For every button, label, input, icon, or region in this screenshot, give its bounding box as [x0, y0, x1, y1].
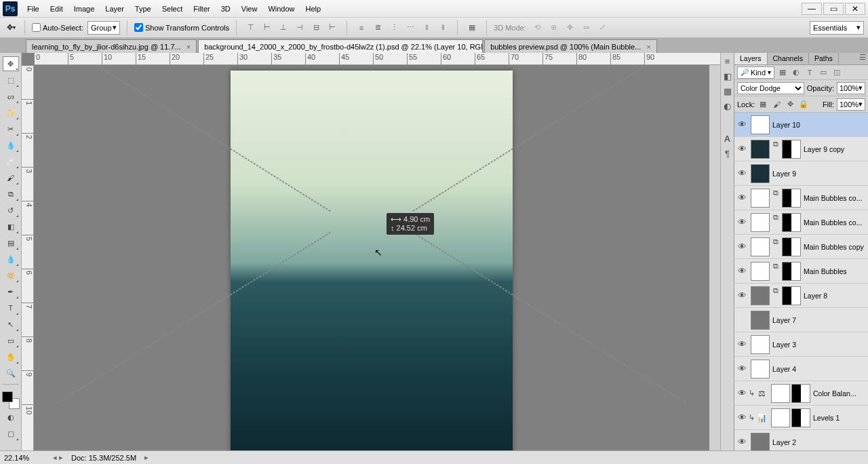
visibility-toggle-icon[interactable]: 👁 [736, 437, 748, 447]
document-tab[interactable]: background_14_2000_x_2000_by_frostbo-d45… [198, 39, 483, 53]
menu-select[interactable]: Select [157, 2, 189, 16]
character-panel-icon[interactable]: A [722, 133, 733, 144]
filter-adjust-icon[interactable]: ◐ [791, 67, 802, 78]
minimize-button[interactable]: — [802, 3, 822, 15]
document-tab[interactable]: learning_to_fly_by_jlior-d6sihzu.jpg @ 1… [26, 39, 197, 53]
stamp-tool[interactable]: ⧉ [3, 187, 19, 201]
layer-name[interactable]: Color Balan... [813, 389, 856, 398]
menu-edit[interactable]: Edit [45, 2, 68, 16]
fill-input[interactable]: 100% ▾ [837, 98, 865, 111]
distribute-icon[interactable]: ⫵ [435, 20, 450, 35]
zoom-tool[interactable]: 🔍 [3, 366, 19, 381]
canvas-viewport[interactable]: ⟷ 4.90 cm ↕ 24.52 cm ↖ [34, 65, 709, 450]
visibility-toggle-icon[interactable]: 👁 [736, 388, 748, 398]
swatches-panel-icon[interactable]: ▦ [722, 85, 733, 96]
visibility-toggle-icon[interactable]: 👁 [736, 193, 748, 203]
doc-size-display[interactable]: Doc: 15.3M/252.5M [71, 454, 136, 462]
link-icon[interactable]: ⧉ [771, 140, 781, 149]
menu-layer[interactable]: Layer [100, 2, 130, 16]
layer-thumb[interactable] [771, 408, 790, 427]
workspace-dropdown[interactable]: Essentials ▾ [810, 21, 864, 35]
link-icon[interactable]: ⧉ [771, 237, 781, 247]
mask-thumb[interactable] [782, 262, 801, 281]
layer-row[interactable]: 👁↳⚖Color Balan... [734, 381, 868, 406]
layer-name[interactable]: Layer 8 [804, 292, 827, 300]
menu-help[interactable]: Help [300, 2, 327, 16]
layers-tab[interactable]: Layers [734, 53, 768, 64]
layer-row[interactable]: 👁Layer 4 [734, 357, 868, 381]
layer-thumb[interactable] [751, 311, 770, 330]
color-swatches[interactable] [2, 391, 20, 409]
tab-close-icon[interactable]: × [186, 43, 191, 51]
lock-pixels-icon[interactable]: 🖌 [771, 99, 782, 110]
lock-transparent-icon[interactable]: ▦ [757, 99, 768, 110]
layer-row[interactable]: 👁Layer 3 [734, 332, 868, 357]
layer-row[interactable]: 👁⧉Main Bubbles co... [734, 210, 868, 235]
filter-type-icon[interactable]: T [804, 67, 815, 78]
lock-position-icon[interactable]: ✥ [785, 99, 795, 110]
gradient-tool[interactable]: ▤ [3, 235, 19, 250]
filter-shape-icon[interactable]: ▭ [818, 67, 829, 78]
align-hcenter-icon[interactable]: ⊟ [309, 20, 323, 35]
layers-list[interactable]: 👁Layer 10👁⧉Layer 9 copy👁Layer 9👁⧉Main Bu… [734, 113, 868, 450]
layer-row[interactable]: 👁⧉Main Bubbles copy [734, 235, 868, 259]
document-canvas[interactable] [231, 71, 513, 450]
link-icon[interactable]: ⧉ [771, 213, 781, 223]
link-icon[interactable]: ⧉ [771, 262, 781, 271]
layer-name[interactable]: Layer 7 [772, 316, 796, 324]
filter-kind-dropdown[interactable]: 🔎 Kind ▾ [737, 66, 774, 79]
3d-pan-icon[interactable]: ✥ [563, 20, 578, 35]
history-brush-tool[interactable]: ↺ [3, 203, 19, 218]
layer-row[interactable]: 👁Layer 9 [734, 161, 868, 186]
blend-mode-dropdown[interactable]: Color Dodge [737, 82, 804, 94]
filter-pixel-icon[interactable]: ▦ [777, 67, 788, 78]
paths-tab[interactable]: Paths [809, 53, 839, 64]
close-button[interactable]: ✕ [845, 3, 865, 15]
visibility-toggle-icon[interactable]: 👁 [736, 364, 748, 374]
layer-thumb[interactable] [751, 433, 770, 451]
distribute-icon[interactable]: ≡ [354, 20, 369, 35]
visibility-toggle-icon[interactable]: 👁 [736, 241, 748, 252]
menu-view[interactable]: View [236, 2, 263, 16]
align-bottom-icon[interactable]: ⊥ [276, 20, 291, 35]
layer-name[interactable]: Main Bubbles co... [804, 194, 862, 202]
ruler-vertical[interactable]: 012345678910 [22, 65, 34, 450]
layer-thumb[interactable] [751, 335, 770, 354]
mask-thumb[interactable] [782, 213, 801, 232]
paragraph-panel-icon[interactable]: ¶ [722, 148, 733, 159]
menu-window[interactable]: Window [262, 2, 300, 16]
layer-row[interactable]: 👁Layer 10 [734, 113, 868, 137]
mask-thumb[interactable] [782, 237, 801, 256]
layer-thumb[interactable] [751, 140, 770, 159]
layer-thumb[interactable] [751, 164, 770, 183]
align-left-icon[interactable]: ⊣ [292, 20, 307, 35]
layer-name[interactable]: Levels 1 [813, 414, 840, 422]
ruler-horizontal[interactable]: 051015202530354045505560657075808590 [34, 53, 720, 65]
visibility-toggle-icon[interactable]: 👁 [736, 144, 748, 154]
3d-slide-icon[interactable]: ⇔ [579, 20, 594, 35]
lock-all-icon[interactable]: 🔒 [798, 99, 809, 110]
layer-row[interactable]: 👁⧉Layer 8 [734, 284, 868, 308]
layer-name[interactable]: Layer 9 copy [804, 145, 844, 153]
visibility-toggle-icon[interactable]: 👁 [736, 217, 748, 227]
show-transform-checkbox[interactable]: Show Transform Controls [134, 23, 229, 32]
adjustments-panel-icon[interactable]: ◐ [722, 100, 733, 111]
zoom-display[interactable]: 22.14% [4, 454, 45, 462]
pen-tool[interactable]: ✒ [3, 284, 19, 299]
layer-name[interactable]: Layer 9 [772, 170, 796, 178]
quick-mask-toggle[interactable]: ◐ [3, 410, 19, 425]
mask-thumb[interactable] [791, 408, 810, 427]
marquee-tool[interactable]: ⬚ [3, 73, 19, 88]
distribute-icon[interactable]: ≣ [370, 20, 385, 35]
maximize-button[interactable]: ▭ [823, 3, 844, 15]
vertical-scrollbar[interactable] [709, 65, 720, 450]
layer-name[interactable]: Layer 2 [772, 438, 796, 446]
layer-name[interactable]: Layer 4 [772, 365, 796, 373]
eyedropper-tool[interactable]: 💧 [3, 138, 19, 153]
opacity-input[interactable]: 100% ▾ [837, 82, 865, 94]
link-icon[interactable]: ⧉ [771, 189, 781, 198]
visibility-toggle-icon[interactable]: 👁 [736, 266, 748, 276]
layer-row[interactable]: 👁⧉Main Bubbles co... [734, 186, 868, 210]
menu-image[interactable]: Image [68, 2, 100, 16]
layer-thumb[interactable] [751, 360, 770, 379]
